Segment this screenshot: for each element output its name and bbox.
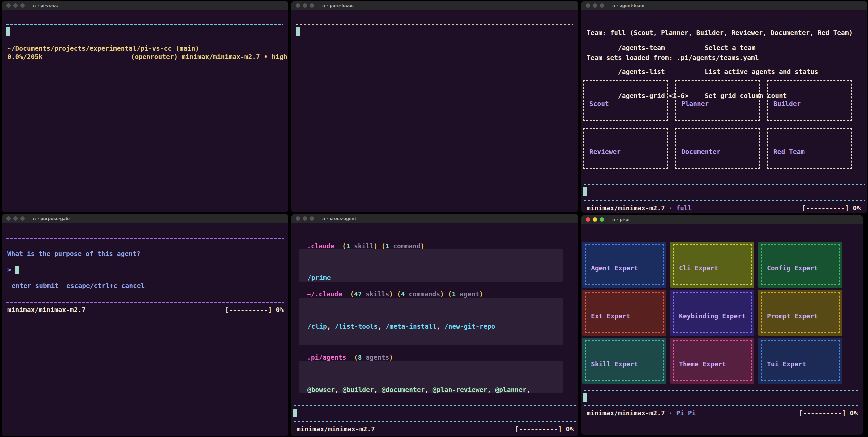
command-desc: List active agents and status [705, 68, 818, 76]
minimize-icon[interactable] [593, 217, 597, 222]
close-icon[interactable] [6, 3, 11, 8]
expert-card-tui: Tui Expert ○ idle Pi TUI expert —... — [758, 338, 842, 384]
dialog-border-top [6, 238, 284, 239]
minimize-icon[interactable] [13, 216, 18, 221]
expert-card-frame: Cli Expert ○ idle Pi CLI expert —... — [673, 244, 752, 285]
command-name: /agents-team [618, 44, 705, 52]
status-progress: [----------] 0% [225, 306, 284, 314]
zoom-icon[interactable] [20, 216, 25, 221]
zoom-icon[interactable] [310, 3, 314, 8]
input-border-bottom [296, 41, 573, 41]
titlebar-pi-pi[interactable]: π - pi-pi [581, 215, 863, 224]
window-title: π - pi-pi [612, 217, 630, 222]
minimize-icon[interactable] [303, 3, 307, 8]
input-line[interactable]: > [7, 265, 19, 275]
context-line: 0.0%/205k (openrouter) minimax/minimax-m… [7, 53, 287, 61]
zoom-icon[interactable] [310, 216, 314, 221]
agent-card-documenter: Documenter ○ idle [-----] 0% Documentati… [675, 128, 760, 169]
section-header-pi-agents: .pi/agents (8 agents) [307, 354, 393, 362]
prompt-symbol: > [7, 266, 11, 274]
expert-card-grid: Agent Expert ○ idle Pi agent defini... —… [582, 242, 842, 384]
traffic-lights [6, 3, 25, 8]
input-line[interactable] [583, 393, 858, 403]
agent-name: Red Team [773, 148, 849, 156]
status-separator: · [669, 409, 673, 417]
window-title: π - agent-team [612, 3, 644, 8]
close-icon[interactable] [296, 216, 300, 221]
traffic-lights [296, 216, 314, 221]
expert-card-frame: Skill Expert ○ idle Pi skills exper... — [585, 340, 664, 381]
agent-name: Reviewer [589, 148, 665, 156]
expert-name: Config Expert [767, 264, 838, 272]
close-icon[interactable] [296, 3, 300, 8]
window-title: π - cross-agent [322, 216, 356, 221]
expert-card-frame: Theme Expert ○ idle Pi themes exper... — [673, 340, 752, 381]
window-agent-team: π - agent-team Team: full (Scout, Planne… [581, 1, 867, 213]
model-info: (openrouter) minimax/minimax-m2.7 • high [131, 53, 287, 61]
dialog-question: What is the purpose of this agent? [7, 250, 140, 258]
section-header-home-claude: ~/.claude (47 skills) (4 commands) (1 ag… [307, 290, 483, 298]
agent-name: Documenter [681, 148, 757, 156]
zoom-icon[interactable] [600, 217, 604, 222]
titlebar-purpose-gate[interactable]: π - purpose-gate [2, 214, 288, 223]
status-model: minimax/minimax-m2.7 [7, 306, 86, 314]
expert-card-skill: Skill Expert ○ idle Pi skills exper... — [582, 338, 666, 384]
window-pi-vs-cc: π - pi-vs-cc ~/Documents/projects/experi… [2, 1, 288, 212]
command-desc: Select a team [705, 44, 756, 52]
status-progress: [----------] 0% [802, 204, 861, 212]
expert-name: Ext Expert [591, 312, 662, 320]
window-pure-focus: π - pure-focus [291, 1, 578, 212]
titlebar-pi-vs-cc[interactable]: π - pi-vs-cc [2, 1, 288, 10]
traffic-lights [586, 3, 604, 8]
minimize-icon[interactable] [13, 3, 18, 8]
status-bar: minimax/minimax-m2.7 [----------] 0% [7, 306, 284, 314]
expert-name: Agent Expert [591, 264, 662, 272]
status-progress: [----------] 0% [799, 409, 858, 417]
status-separator: · [669, 204, 673, 212]
status-model: minimax/minimax-m2.7 [587, 409, 665, 417]
text-cursor [583, 393, 587, 402]
agent-name: Scout [589, 100, 665, 108]
input-line[interactable] [583, 187, 863, 197]
close-icon[interactable] [6, 216, 11, 221]
input-border-bottom [584, 405, 860, 406]
status-progress: [----------] 0% [515, 425, 574, 433]
input-border-top [296, 24, 573, 25]
text-cursor [583, 187, 587, 196]
expert-card-frame: Config Expert ○ idle Pi configuratio... … [761, 244, 840, 285]
dialog-border-bottom [6, 302, 284, 303]
window-title: π - pi-vs-cc [33, 3, 58, 8]
window-pi-pi: π - pi-pi Agent Expert ○ idle Pi agent d… [581, 215, 863, 435]
command-item: /prime [307, 274, 563, 282]
input-border-bottom [294, 422, 576, 422]
agent-card-builder: Builder ○ idle [-----] 0% Implementation… [767, 80, 852, 121]
expert-card-cli: Cli Expert ○ idle Pi CLI expert —... — [670, 242, 754, 288]
titlebar-agent-team[interactable]: π - agent-team [581, 1, 867, 10]
titlebar-pure-focus[interactable]: π - pure-focus [291, 1, 578, 10]
expert-card-prompt: Prompt Expert ○ idle Pi prompt templ... … [758, 290, 842, 336]
minimize-icon[interactable] [593, 3, 597, 8]
status-model: minimax/minimax-m2.7 [297, 425, 375, 433]
expert-card-theme: Theme Expert ○ idle Pi themes exper... — [670, 338, 754, 384]
input-line[interactable] [293, 409, 574, 418]
agent-card-planner: Planner ○ idle [-----] 0% Architecture a… [675, 80, 760, 121]
minimize-icon[interactable] [303, 216, 307, 221]
text-cursor [296, 27, 300, 36]
command-row: /agents-teamSelect a team [587, 36, 818, 60]
titlebar-cross-agent[interactable]: π - cross-agent [291, 214, 578, 223]
text-cursor [6, 27, 10, 36]
close-icon[interactable] [586, 217, 590, 222]
zoom-icon[interactable] [600, 3, 604, 8]
input-line[interactable] [6, 27, 284, 37]
close-icon[interactable] [586, 3, 590, 8]
input-line[interactable] [296, 27, 574, 37]
text-cursor [15, 266, 19, 274]
status-bar: minimax/minimax-m2.7 [----------] 0% [297, 425, 574, 433]
status-team-mode: full [676, 204, 692, 212]
zoom-icon[interactable] [20, 3, 25, 8]
window-title: π - pure-focus [322, 3, 354, 8]
window-purpose-gate: π - purpose-gate What is the purpose of … [2, 214, 288, 436]
window-title: π - purpose-gate [33, 216, 70, 221]
expert-name: Skill Expert [591, 360, 662, 368]
agent-card-reviewer: Reviewer ○ idle [-----] 0% Code review a… [583, 128, 668, 169]
